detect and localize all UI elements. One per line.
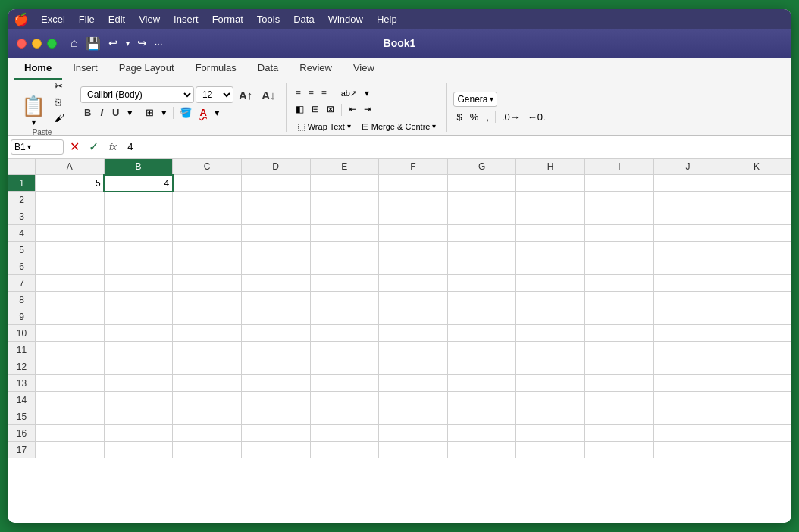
cell-f9[interactable] (379, 308, 448, 325)
cell-b14[interactable] (104, 392, 173, 408)
increase-decimal-button[interactable]: .0→ (499, 110, 523, 124)
font-family-select[interactable]: Calibri (Body) (80, 86, 194, 103)
text-direction-button[interactable]: ab↗ (338, 87, 360, 100)
row-header-3[interactable]: 3 (8, 208, 36, 225)
cell-i4[interactable] (585, 225, 654, 242)
cell-j6[interactable] (653, 258, 722, 275)
cell-k11[interactable] (722, 342, 791, 358)
cell-e10[interactable] (310, 325, 379, 342)
cell-a14[interactable] (36, 392, 105, 408)
cell-h12[interactable] (516, 358, 585, 375)
cell-f5[interactable] (379, 242, 448, 258)
cell-f12[interactable] (379, 358, 448, 375)
cell-k9[interactable] (722, 308, 791, 325)
cell-k15[interactable] (722, 408, 791, 425)
cell-e3[interactable] (310, 208, 379, 225)
cell-g4[interactable] (447, 225, 516, 242)
cell-k10[interactable] (722, 325, 791, 342)
cell-b15[interactable] (104, 408, 173, 425)
cell-h11[interactable] (516, 342, 585, 358)
cell-g16[interactable] (447, 425, 516, 442)
cell-a16[interactable] (36, 425, 105, 442)
cell-j15[interactable] (653, 408, 722, 425)
menu-window[interactable]: Window (322, 12, 369, 27)
cell-f17[interactable] (379, 442, 448, 458)
copy-button[interactable]: ⎘ (52, 95, 67, 109)
cell-g8[interactable] (447, 292, 516, 308)
row-header-13[interactable]: 13 (8, 375, 36, 392)
cell-d4[interactable] (241, 225, 310, 242)
cell-a10[interactable] (36, 325, 105, 342)
cell-a6[interactable] (36, 258, 105, 275)
col-header-k[interactable]: K (722, 159, 791, 175)
cell-i10[interactable] (585, 325, 654, 342)
cell-g17[interactable] (447, 442, 516, 458)
cell-b2[interactable] (104, 192, 173, 208)
cell-d7[interactable] (241, 275, 310, 292)
tab-formulas[interactable]: Formulas (185, 58, 247, 80)
number-format-dropdown[interactable]: ▾ (490, 95, 494, 103)
cell-k4[interactable] (722, 225, 791, 242)
cell-k3[interactable] (722, 208, 791, 225)
cell-i8[interactable] (585, 292, 654, 308)
more-toolbar-icon[interactable]: ··· (155, 38, 163, 49)
cell-j13[interactable] (653, 375, 722, 392)
cell-e16[interactable] (310, 425, 379, 442)
cell-k1[interactable] (722, 175, 791, 192)
paste-button[interactable]: 📋 ▾ (17, 93, 50, 128)
increase-indent-button[interactable]: ⇥ (361, 102, 374, 116)
cell-k8[interactable] (722, 292, 791, 308)
cell-e2[interactable] (310, 192, 379, 208)
cell-d16[interactable] (241, 425, 310, 442)
cell-g3[interactable] (447, 208, 516, 225)
cell-d11[interactable] (241, 342, 310, 358)
font-color-button[interactable]: A (196, 105, 209, 120)
cell-k6[interactable] (722, 258, 791, 275)
cell-h6[interactable] (516, 258, 585, 275)
cell-j3[interactable] (653, 208, 722, 225)
cell-i13[interactable] (585, 375, 654, 392)
tab-page-layout[interactable]: Page Layout (108, 58, 185, 80)
close-button[interactable] (17, 39, 27, 49)
underline-dropdown[interactable]: ▾ (124, 105, 136, 120)
cell-g12[interactable] (447, 358, 516, 375)
col-header-d[interactable]: D (241, 159, 310, 175)
cell-j17[interactable] (653, 442, 722, 458)
formula-input[interactable] (124, 139, 788, 154)
cell-d2[interactable] (241, 192, 310, 208)
cell-i11[interactable] (585, 342, 654, 358)
cell-b4[interactable] (104, 225, 173, 242)
cell-b16[interactable] (104, 425, 173, 442)
cell-j5[interactable] (653, 242, 722, 258)
cell-c1[interactable] (173, 175, 242, 192)
formula-confirm-button[interactable]: ✓ (86, 139, 102, 154)
cell-c14[interactable] (173, 392, 242, 408)
menu-help[interactable]: Help (371, 12, 403, 27)
cell-f14[interactable] (379, 392, 448, 408)
cell-c6[interactable] (173, 258, 242, 275)
cell-c15[interactable] (173, 408, 242, 425)
cell-j16[interactable] (653, 425, 722, 442)
formula-cancel-button[interactable]: ✕ (67, 139, 83, 154)
row-header-10[interactable]: 10 (8, 325, 36, 342)
cell-i2[interactable] (585, 192, 654, 208)
col-header-f[interactable]: F (379, 159, 448, 175)
cell-b10[interactable] (104, 325, 173, 342)
align-top-left-button[interactable]: ≡ (293, 86, 304, 100)
tab-view[interactable]: View (343, 58, 385, 80)
cell-a12[interactable] (36, 358, 105, 375)
cell-f8[interactable] (379, 292, 448, 308)
cell-e5[interactable] (310, 242, 379, 258)
cell-j12[interactable] (653, 358, 722, 375)
cell-k14[interactable] (722, 392, 791, 408)
row-header-6[interactable]: 6 (8, 258, 36, 275)
cell-e4[interactable] (310, 225, 379, 242)
menu-insert[interactable]: Insert (168, 12, 205, 27)
text-direction-dropdown[interactable]: ▾ (362, 86, 372, 100)
cell-e11[interactable] (310, 342, 379, 358)
cell-k13[interactable] (722, 375, 791, 392)
cell-i16[interactable] (585, 425, 654, 442)
cell-c13[interactable] (173, 375, 242, 392)
cell-c7[interactable] (173, 275, 242, 292)
redo-icon[interactable]: ↪ (137, 36, 147, 50)
